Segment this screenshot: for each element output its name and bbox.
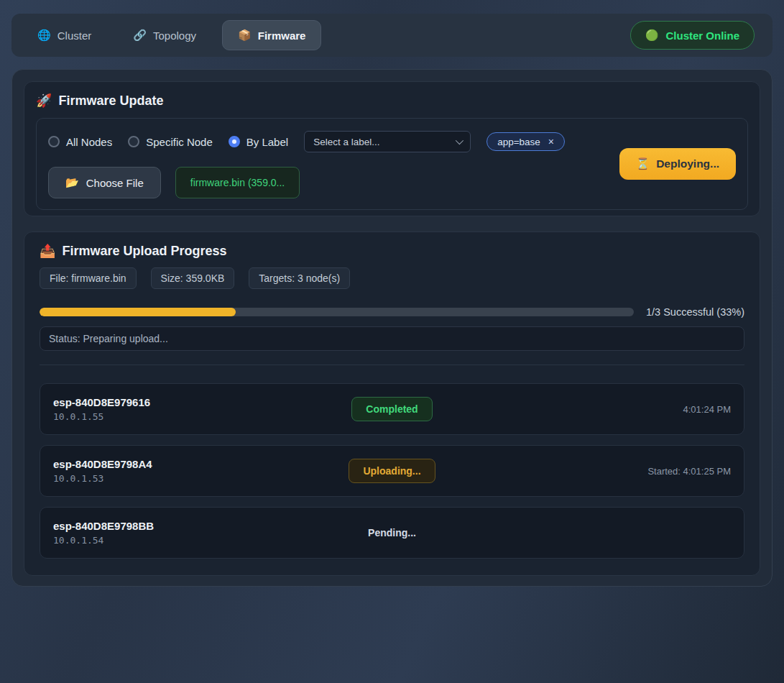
choose-file-button[interactable]: 📂 Choose File xyxy=(48,167,161,198)
progress-bar-fill xyxy=(40,308,236,316)
node-timestamp: 4:01:24 PM xyxy=(683,404,732,415)
firmware-update-title-text: Firmware Update xyxy=(58,93,163,109)
status-badge: Uploading... xyxy=(349,459,435,483)
radio-all-nodes-label: All Nodes xyxy=(66,136,112,148)
radio-circle-icon[interactable] xyxy=(128,136,139,147)
tag-remove-icon[interactable]: × xyxy=(548,136,554,147)
deploy-form: All Nodes Specific Node By Label Select … xyxy=(36,118,748,210)
status-badge: Pending... xyxy=(368,521,416,544)
node-identity: esp-840D8E979616 10.0.1.55 xyxy=(53,396,150,422)
file-badge: File: firmware.bin xyxy=(40,267,137,289)
progress-row: 1/3 Successful (33%) xyxy=(40,306,744,318)
node-timestamp: Started: 4:01:25 PM xyxy=(647,466,731,477)
status-badge: Completed xyxy=(351,397,432,421)
progress-bar-track xyxy=(40,308,634,316)
status-box: Status: Preparing upload... xyxy=(40,326,744,351)
radio-circle-icon[interactable] xyxy=(229,136,240,147)
link-icon: 🔗 xyxy=(133,29,147,42)
selected-file-name: firmware.bin (359.0... xyxy=(190,177,285,188)
folder-icon: 📂 xyxy=(65,176,79,189)
hourglass-icon: ⏳ xyxy=(636,157,650,170)
node-name: esp-840D8E979616 xyxy=(53,396,150,408)
deploy-button[interactable]: ⏳ Deploying... xyxy=(619,148,736,180)
globe-icon: 🌐 xyxy=(37,29,51,42)
tab-cluster[interactable]: 🌐 Cluster xyxy=(22,20,107,50)
tab-topology-label: Topology xyxy=(153,29,196,42)
rocket-icon: 🚀 xyxy=(36,93,52,109)
radio-specific-node-label: Specific Node xyxy=(146,136,213,148)
chevron-down-icon xyxy=(456,137,464,145)
node-list: esp-840D8E979616 10.0.1.55 Completed 4:0… xyxy=(40,383,744,559)
node-identity: esp-840D8E9798A4 10.0.1.53 xyxy=(53,458,152,484)
radio-by-label-label: By Label xyxy=(246,136,288,148)
cluster-status-label: Cluster Online xyxy=(665,29,739,42)
upload-progress-title-text: Firmware Upload Progress xyxy=(62,244,226,259)
node-name: esp-840D8E9798A4 xyxy=(53,458,152,470)
targets-badge: Targets: 3 node(s) xyxy=(249,267,350,289)
package-icon: 📦 xyxy=(238,29,252,42)
radio-specific-node[interactable]: Specific Node xyxy=(128,136,213,148)
label-select-placeholder: Select a label... xyxy=(313,137,379,147)
radio-circle-icon[interactable] xyxy=(48,136,60,147)
choose-file-label: Choose File xyxy=(86,177,144,189)
deploy-button-label: Deploying... xyxy=(656,157,719,170)
node-ip: 10.0.1.53 xyxy=(53,473,152,484)
section-divider xyxy=(40,365,744,365)
green-circle-icon: 🟢 xyxy=(645,29,659,42)
label-select[interactable]: Select a label... xyxy=(304,131,471,152)
tab-firmware-label: Firmware xyxy=(258,29,306,42)
selected-file-box: firmware.bin (359.0... xyxy=(175,167,300,198)
size-badge: Size: 359.0KB xyxy=(151,267,235,289)
upload-progress-card: 📤 Firmware Upload Progress File: firmwar… xyxy=(24,232,760,576)
tab-cluster-label: Cluster xyxy=(57,29,92,42)
label-tag-app-base[interactable]: app=base × xyxy=(486,132,565,151)
top-nav: 🌐 Cluster 🔗 Topology 📦 Firmware 🟢 Cluste… xyxy=(11,14,773,57)
radio-by-label[interactable]: By Label xyxy=(229,136,288,148)
cluster-status-badge: 🟢 Cluster Online xyxy=(630,21,755,50)
main-content: 🚀 Firmware Update All Nodes Specific Nod… xyxy=(11,69,773,587)
firmware-update-card: 🚀 Firmware Update All Nodes Specific Nod… xyxy=(24,81,760,216)
firmware-update-title: 🚀 Firmware Update xyxy=(36,93,748,109)
node-name: esp-840D8E9798BB xyxy=(53,520,154,532)
outbox-tray-icon: 📤 xyxy=(40,243,55,259)
upload-meta-badges: File: firmware.bin Size: 359.0KB Targets… xyxy=(40,267,744,289)
node-ip: 10.0.1.54 xyxy=(53,535,154,546)
tab-topology[interactable]: 🔗 Topology xyxy=(117,20,212,50)
node-status: Uploading... xyxy=(349,459,435,483)
radio-all-nodes[interactable]: All Nodes xyxy=(48,136,112,148)
label-tag-text: app=base xyxy=(497,137,540,147)
node-identity: esp-840D8E9798BB 10.0.1.54 xyxy=(53,520,154,546)
tab-firmware[interactable]: 📦 Firmware xyxy=(222,20,321,50)
node-row: esp-840D8E9798BB 10.0.1.54 Pending... xyxy=(40,507,744,559)
node-status: Completed xyxy=(351,397,432,421)
node-row: esp-840D8E9798A4 10.0.1.53 Uploading... … xyxy=(40,445,744,497)
progress-label: 1/3 Successful (33%) xyxy=(646,306,744,318)
upload-progress-title: 📤 Firmware Upload Progress xyxy=(40,243,744,259)
node-row: esp-840D8E979616 10.0.1.55 Completed 4:0… xyxy=(40,383,744,435)
node-ip: 10.0.1.55 xyxy=(53,411,150,422)
node-status: Pending... xyxy=(368,521,416,544)
